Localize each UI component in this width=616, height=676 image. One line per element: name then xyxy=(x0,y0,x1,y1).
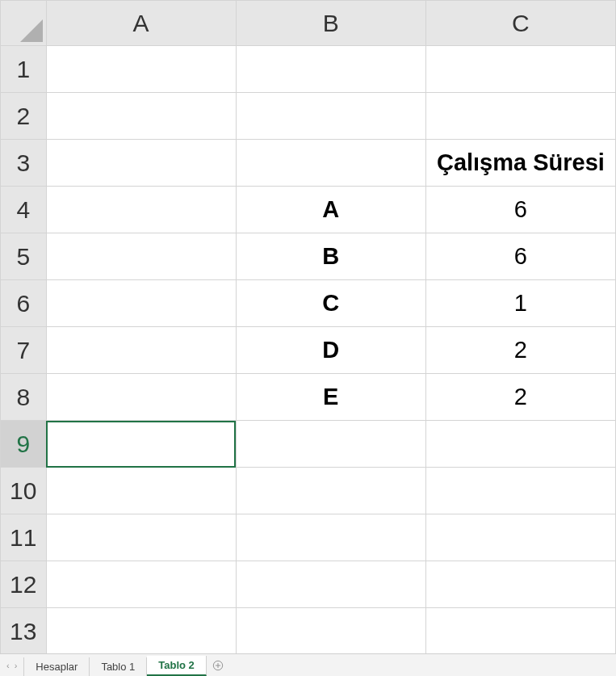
row-header-8[interactable]: 8 xyxy=(1,374,47,421)
row-header-3[interactable]: 3 xyxy=(1,140,47,187)
tab-hesaplar[interactable]: Hesaplar xyxy=(23,657,90,676)
cell-C5[interactable]: 6 xyxy=(425,233,615,280)
sheet-tab-bar: ‹ › Hesaplar Tablo 1 Tablo 2 xyxy=(0,653,616,676)
cell-B7[interactable]: D xyxy=(236,327,425,374)
cell-C4[interactable]: 6 xyxy=(425,187,615,233)
cell-C11[interactable] xyxy=(425,514,615,561)
cell-A2[interactable] xyxy=(46,93,236,140)
cell-C8[interactable]: 2 xyxy=(425,374,615,421)
cell-C2[interactable] xyxy=(425,93,615,140)
cell-B11[interactable] xyxy=(236,514,425,561)
select-all-corner[interactable] xyxy=(1,1,47,46)
tab-tablo-1[interactable]: Tablo 1 xyxy=(90,657,147,676)
cell-B12[interactable] xyxy=(236,561,425,608)
cell-A8[interactable] xyxy=(46,374,236,421)
cell-B5[interactable]: B xyxy=(236,233,425,280)
cell-C9[interactable] xyxy=(425,421,615,468)
cell-A13[interactable] xyxy=(46,608,236,654)
tab-prev-icon[interactable]: ‹ xyxy=(6,661,10,670)
cell-C13[interactable] xyxy=(425,608,615,654)
cell-A1[interactable] xyxy=(46,46,236,93)
cell-A7[interactable] xyxy=(46,327,236,374)
row-header-10[interactable]: 10 xyxy=(1,468,47,514)
row-header-13[interactable]: 13 xyxy=(1,608,47,654)
tabs: Hesaplar Tablo 1 Tablo 2 xyxy=(23,654,207,676)
column-header-B[interactable]: B xyxy=(236,1,425,46)
cell-C12[interactable] xyxy=(425,561,615,608)
select-all-triangle-icon xyxy=(20,19,43,42)
cell-A9[interactable] xyxy=(46,421,236,468)
cell-A12[interactable] xyxy=(46,561,236,608)
spreadsheet-grid: A B C 1 2 3 Çalışma Süresi xyxy=(0,0,616,653)
tab-next-icon[interactable]: › xyxy=(15,661,18,670)
cell-B2[interactable] xyxy=(236,93,425,140)
column-header-A[interactable]: A xyxy=(46,1,236,46)
row-header-11[interactable]: 11 xyxy=(1,514,47,561)
cell-C7[interactable]: 2 xyxy=(425,327,615,374)
cell-B1[interactable] xyxy=(236,46,425,93)
cell-C6[interactable]: 1 xyxy=(425,280,615,327)
cell-A10[interactable] xyxy=(46,468,236,514)
cell-A11[interactable] xyxy=(46,514,236,561)
cell-A5[interactable] xyxy=(46,233,236,280)
cell-C3[interactable]: Çalışma Süresi xyxy=(425,140,615,187)
cell-B4[interactable]: A xyxy=(236,187,425,233)
cell-B6[interactable]: C xyxy=(236,280,425,327)
cell-B10[interactable] xyxy=(236,468,425,514)
row-header-12[interactable]: 12 xyxy=(1,561,47,608)
row-header-6[interactable]: 6 xyxy=(1,280,47,327)
row-header-5[interactable]: 5 xyxy=(1,233,47,280)
cell-C1[interactable] xyxy=(425,46,615,93)
cell-B8[interactable]: E xyxy=(236,374,425,421)
row-header-9[interactable]: 9 xyxy=(1,421,47,468)
row-header-7[interactable]: 7 xyxy=(1,327,47,374)
column-header-C[interactable]: C xyxy=(425,1,615,46)
cell-A3[interactable] xyxy=(46,140,236,187)
row-header-2[interactable]: 2 xyxy=(1,93,47,140)
add-sheet-button[interactable] xyxy=(207,654,229,676)
row-header-4[interactable]: 4 xyxy=(1,187,47,233)
tab-tablo-2[interactable]: Tablo 2 xyxy=(147,656,207,676)
cell-B13[interactable] xyxy=(236,608,425,654)
cell-A6[interactable] xyxy=(46,280,236,327)
tab-nav: ‹ › xyxy=(0,654,23,676)
cell-B9[interactable] xyxy=(236,421,425,468)
sheet-table: A B C 1 2 3 Çalışma Süresi xyxy=(0,0,616,653)
cell-A4[interactable] xyxy=(46,187,236,233)
cell-C10[interactable] xyxy=(425,468,615,514)
cell-B3[interactable] xyxy=(236,140,425,187)
plus-circle-icon xyxy=(212,660,224,671)
row-header-1[interactable]: 1 xyxy=(1,46,47,93)
